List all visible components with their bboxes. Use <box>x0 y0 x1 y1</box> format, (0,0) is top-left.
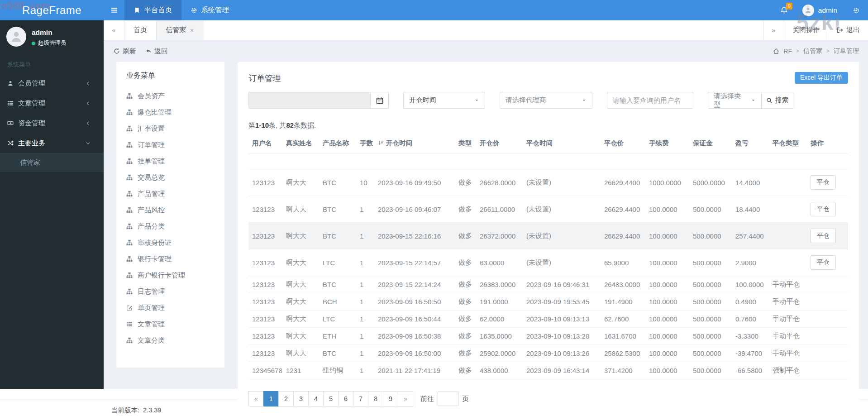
table-cell: 26483.0000 <box>601 276 645 293</box>
tabs-scroll-right-button[interactable]: » <box>763 20 784 40</box>
table-cell: 啊大大 <box>282 169 319 196</box>
biz-menu-item-liquidation-ratio[interactable]: 爆仓比管理 <box>116 104 224 120</box>
logout-button[interactable]: 退出 <box>828 20 868 40</box>
sitemap-icon <box>126 239 133 246</box>
sidebar-item-main-business[interactable]: 主要业务 <box>0 133 104 153</box>
close-position-button[interactable]: 平仓 <box>811 255 836 270</box>
breadcrumb-separator: > <box>826 48 830 54</box>
table-cell: 26629.4400 <box>601 223 645 249</box>
biz-menu-item-pending-orders[interactable]: 挂单管理 <box>116 153 224 169</box>
username-search-input[interactable] <box>607 92 693 109</box>
time-type-select[interactable]: 开仓时间 <box>403 92 485 109</box>
close-position-button[interactable]: 平仓 <box>811 175 836 190</box>
content-area: 业务菜单 会员资产爆仓比管理汇率设置订单管理挂单管理交易总览产品管理产品风控产品… <box>104 62 868 389</box>
biz-menu-item-member-assets[interactable]: 会员资产 <box>116 88 224 104</box>
pagination-page-7[interactable]: 7 <box>353 391 368 406</box>
close-tab-icon[interactable]: × <box>190 27 194 34</box>
column-header-label: 产品名称 <box>323 139 349 147</box>
settings-button[interactable] <box>844 0 868 20</box>
online-status-icon <box>32 42 35 45</box>
sidebar-item-xinguanjia[interactable]: 信管家 <box>0 153 104 172</box>
biz-menu-item-merchant-bank-card[interactable]: 商户银行卡管理 <box>116 267 224 283</box>
table-row: 123123啊大大BTC12023-09-16 09:46:07做多26611.… <box>248 196 848 223</box>
sort-icon <box>378 140 384 146</box>
table-cell: 啊大大 <box>282 276 319 293</box>
table-cell: 500.0000 <box>689 328 732 345</box>
back-button[interactable]: 返回 <box>145 47 168 56</box>
type-select[interactable]: 请选择类型 <box>708 92 761 108</box>
biz-menu-item-bank-card[interactable]: 银行卡管理 <box>116 251 224 267</box>
pagination-page-4[interactable]: 4 <box>308 391 324 406</box>
calendar-button[interactable] <box>370 92 388 108</box>
tab-home[interactable]: 首页 <box>124 20 157 40</box>
table-cell: BTC <box>319 345 356 362</box>
goto-page-input[interactable] <box>438 392 458 406</box>
biz-menu-item-product-risk[interactable]: 产品风控 <box>116 202 224 218</box>
table-cell: 做多 <box>455 345 476 362</box>
table-cell: 1 <box>356 249 374 276</box>
agent-select[interactable]: 请选择代理商 <box>500 92 592 109</box>
record-count-info: 第1-10条, 共82条数据. <box>248 121 848 130</box>
tab-bar: « 首页 信管家 × » 关闭操作 退出 <box>104 20 868 40</box>
pagination-page-6[interactable]: 6 <box>338 391 353 406</box>
sidebar-toggle-button[interactable] <box>104 0 124 20</box>
sidebar-item-members[interactable]: 会员管理 <box>0 73 104 93</box>
pagination-prev-button[interactable]: « <box>248 391 264 406</box>
business-menu-card: 业务菜单 会员资产爆仓比管理汇率设置订单管理挂单管理交易总览产品管理产品风控产品… <box>116 62 224 368</box>
action-cell <box>807 293 848 311</box>
sidebar-item-funds[interactable]: 资金管理 <box>0 113 104 133</box>
refresh-button[interactable]: 刷新 <box>114 47 136 56</box>
sidebar-item-articles[interactable]: 文章管理 <box>0 93 104 113</box>
table-cell <box>356 154 374 169</box>
biz-menu-item-exchange-rate[interactable]: 汇率设置 <box>116 120 224 137</box>
avatar <box>6 27 26 47</box>
pagination-page-8[interactable]: 8 <box>368 391 383 406</box>
biz-menu-item-product-management[interactable]: 产品管理 <box>116 186 224 202</box>
pagination-page-5[interactable]: 5 <box>323 391 339 406</box>
breadcrumb-item[interactable]: 信管家 <box>803 47 822 55</box>
calendar-icon <box>376 97 383 104</box>
brand-logo[interactable]: RageFrame <box>0 0 104 20</box>
date-range-input[interactable] <box>249 92 370 108</box>
tab-xinguanjia[interactable]: 信管家 × <box>157 20 203 40</box>
table-row: 123123啊大大ETH12023-09-09 16:50:38做多1635.0… <box>248 328 848 345</box>
table-cell <box>523 154 601 169</box>
table-cell <box>282 154 319 169</box>
pagination-next-button[interactable]: » <box>398 391 413 406</box>
excel-export-button[interactable]: Excel 导出订单 <box>795 72 848 84</box>
chevron-left-icon <box>86 81 96 86</box>
biz-menu-item-label: 会员资产 <box>138 92 165 100</box>
table-cell: 1 <box>356 328 374 345</box>
biz-menu-item-log-management[interactable]: 日志管理 <box>116 283 224 300</box>
close-operations-button[interactable]: 关闭操作 <box>784 20 828 40</box>
pagination-page-2[interactable]: 2 <box>278 391 294 406</box>
pagination-page-1[interactable]: 1 <box>263 391 279 406</box>
biz-menu-item-order-management[interactable]: 订单管理 <box>116 137 224 153</box>
pagination-page-9[interactable]: 9 <box>383 391 398 406</box>
pagination-page-3[interactable]: 3 <box>293 391 309 406</box>
biz-menu-item-product-category[interactable]: 产品分类 <box>116 218 224 234</box>
column-header-开仓时间[interactable]: 开仓时间 <box>374 134 455 154</box>
table-cell: 1 <box>356 362 374 379</box>
biz-menu-item-id-verification[interactable]: 审核身份证 <box>116 234 224 251</box>
nav-item-platform-home[interactable]: 平台首页 <box>124 0 181 20</box>
biz-menu-item-article-management[interactable]: 文章管理 <box>116 316 224 332</box>
table-cell: BCH <box>319 293 356 311</box>
user-menu[interactable]: admin <box>795 0 844 20</box>
notifications-button[interactable]: 0 <box>773 0 795 20</box>
table-cell: 啊大大 <box>282 311 319 328</box>
biz-menu-item-trade-overview[interactable]: 交易总览 <box>116 169 224 186</box>
nav-item-system-management[interactable]: 系统管理 <box>181 0 238 20</box>
sidebar-section-label: 系统菜单 <box>0 52 104 73</box>
column-header-label: 手续费 <box>649 139 669 147</box>
biz-menu-item-single-page[interactable]: 单页管理 <box>116 300 224 316</box>
tabs-scroll-left-button[interactable]: « <box>104 20 124 40</box>
close-position-button[interactable]: 平仓 <box>811 229 836 243</box>
search-button[interactable]: 搜索 <box>761 92 793 108</box>
biz-menu-item-label: 汇率设置 <box>138 124 165 133</box>
column-header-label: 平仓价 <box>604 139 624 147</box>
business-menu-list: 会员资产爆仓比管理汇率设置订单管理挂单管理交易总览产品管理产品风控产品分类审核身… <box>116 88 224 349</box>
breadcrumb-home[interactable]: RF <box>783 48 792 55</box>
biz-menu-item-article-category[interactable]: 文章分类 <box>116 332 224 349</box>
close-position-button[interactable]: 平仓 <box>811 202 836 216</box>
